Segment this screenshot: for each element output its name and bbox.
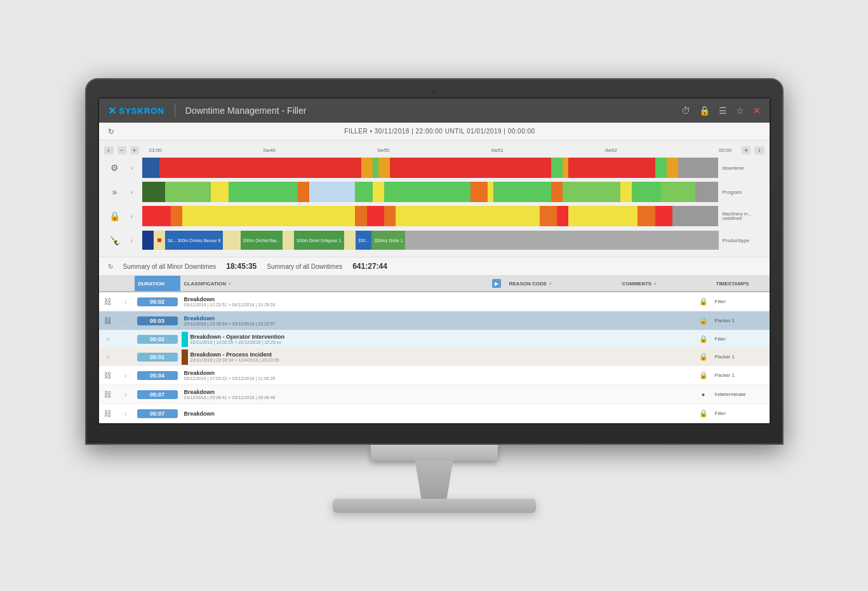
time-label-4: 0w52 [605, 147, 617, 153]
timeline-row-product: 🍾 › 3d... 300m Drinks flavour 8 330m Orc… [99, 229, 770, 252]
app-logo: ✕ SYSKRON [108, 105, 164, 117]
row5-arrow[interactable]: › [117, 410, 135, 418]
row4-arrow[interactable]: › [117, 391, 135, 398]
window-title: Downtime Management - Filler [185, 105, 674, 116]
time-label-1: 0w40 [264, 147, 276, 153]
table-header: DURATION CLASSIFICATION ▼ ▶ REASON CODE … [99, 276, 770, 292]
subtitle-text: FILLER • 30/11/2018 | 22:00:00 UNTIL 01/… [119, 128, 761, 135]
lock-icon[interactable]: 🔒 [699, 105, 710, 116]
menu-icon[interactable]: ☰ [719, 105, 727, 116]
row-icon-downtime: ⚙ [99, 163, 131, 173]
subrow-b-timestamp: Packer 1 [712, 354, 770, 360]
title-divider [175, 104, 175, 118]
all-downtime-label: Summary of all Downtimes [267, 263, 342, 270]
row1-arrow[interactable]: › [117, 298, 135, 306]
row2-duration: 05:03 [135, 316, 180, 325]
table-row-3: ⛓ › 05:04 Breakdown 09/12/2018 | 17:03:2… [99, 366, 770, 385]
row-arrow-program[interactable]: › [131, 189, 142, 196]
col-header-comments: COMMENTS ▼ [618, 281, 695, 287]
machinery-bar[interactable] [142, 206, 719, 226]
refresh-icon[interactable]: ↻ [108, 127, 114, 136]
monitor-base [333, 499, 536, 513]
row1-chain-icon[interactable]: ⛓ [99, 297, 117, 306]
clock-icon[interactable]: ⏱ [681, 105, 690, 116]
subrow-b-lock: 🔒 [695, 353, 712, 361]
table-section: DURATION CLASSIFICATION ▼ ▶ REASON CODE … [99, 276, 770, 423]
downtime-bar[interactable] [142, 158, 719, 178]
col-header-timestamps: TIMESTAMPS [712, 281, 770, 287]
table-subrow-b: ○ 05:01 Breakdown - Process Incident 22/… [99, 348, 770, 366]
table-row-4: ⛓ › 05:07 Breakdown 03/12/2018 | 05:08:4… [99, 385, 770, 404]
nav-zoom-plus-btn[interactable]: + [742, 146, 751, 154]
col-header-play[interactable]: ▶ [488, 279, 505, 288]
row3-arrow[interactable]: › [117, 372, 135, 379]
row-label-product: Producttype [719, 238, 770, 243]
row2-classification: Breakdown 20/11/2018 | 23:18:34 > 23/12/… [180, 315, 488, 326]
subrow-a-icon: ○ [99, 336, 117, 343]
nav-minus-btn[interactable]: − [117, 146, 126, 154]
subrow-b-icon: ○ [99, 353, 117, 360]
program-bar[interactable] [142, 182, 719, 202]
row2-lock: 🔒 [695, 316, 712, 325]
row1-lock: 🔒 [695, 297, 712, 306]
row4-classification: Breakdown 03/12/2018 | 05:08:41 > 03/12/… [180, 389, 488, 400]
table-row-5: ⛓ › 05:07 Breakdown 🔒 Filler [99, 404, 770, 423]
row5-chain-icon[interactable]: ⛓ [99, 409, 117, 418]
nav-right-btn[interactable]: › [754, 146, 764, 154]
row-arrow-downtime[interactable]: › [131, 165, 142, 172]
row4-chain-icon[interactable]: ⛓ [99, 390, 117, 399]
close-button[interactable]: ✕ [753, 105, 761, 116]
row3-lock: 🔒 [695, 371, 712, 379]
row5-classification: Breakdown [180, 411, 488, 417]
logo-text: SYSKRON [119, 106, 164, 116]
minor-downtime-label: Summary of all Minor Downtimes [123, 263, 217, 270]
timeline-section: ‹ − + 23:00 0w40 0w50 0w51 0w52 00:00 + … [99, 140, 770, 257]
row3-chain-icon[interactable]: ⛓ [99, 371, 117, 380]
subtitle-bar: ↻ FILLER • 30/11/2018 | 22:00:00 UNTIL 0… [99, 123, 770, 140]
table-row: ⛓ › 05:02 Breakdown 09/12/2018 | 12:23:5… [99, 292, 770, 311]
row-label-program: Program [719, 189, 770, 195]
product-bar[interactable]: 3d... 300m Drinks flavour 8 330m Orchid … [142, 231, 719, 250]
row3-timestamp: Packer 1 [712, 372, 770, 378]
nav-left-btn[interactable]: ‹ [104, 146, 114, 154]
monitor-neck [403, 461, 466, 499]
row2-arrow[interactable]: › [117, 317, 135, 325]
row-arrow-machinery[interactable]: › [131, 213, 142, 220]
row-label-machinery: Machinery m...undefined [719, 212, 770, 221]
row2-chain-icon[interactable]: ⛓ [99, 316, 117, 325]
row3-duration: 05:04 [135, 371, 180, 380]
col-header-duration: DURATION [135, 276, 180, 291]
time-label-0: 23:00 [149, 147, 162, 153]
row3-classification: Breakdown 09/12/2018 | 17:03:22 > 03/12/… [180, 370, 488, 381]
table-row-active: ⛓ › 05:03 Breakdown 20/11/2018 | 23:18:3… [99, 311, 770, 330]
subrow-b-classification: Breakdown - Process Incident 22/11/2018 … [180, 350, 488, 365]
summary-refresh-icon[interactable]: ↻ [108, 263, 113, 270]
row4-timestamp: Indeterminate [712, 391, 770, 397]
monitor-wrapper: ✕ SYSKRON Downtime Management - Filler ⏱… [85, 78, 784, 513]
row-label-downtime: downtime [719, 165, 770, 171]
subrow-b-duration: 05:01 [135, 353, 180, 362]
row-icon-program: » [99, 187, 131, 197]
subrow-a-duration: 00:02 [135, 335, 180, 344]
logo-icon: ✕ [108, 105, 117, 117]
row1-timestamp: Filler [712, 299, 770, 304]
timeline-row-downtime: ⚙ › [99, 156, 770, 179]
nav-plus-btn[interactable]: + [130, 146, 139, 154]
all-downtime-time: 641:27:44 [352, 262, 387, 271]
time-label-3: 0w51 [491, 147, 504, 153]
timeline-row-program: » › [99, 180, 770, 203]
col-header-reason: REASON CODE ▼ [505, 281, 601, 287]
subrow-a-lock: 🔒 [695, 335, 712, 343]
timeline-row-machinery: 🔒 › [99, 205, 770, 228]
row1-duration: 05:02 [135, 297, 180, 306]
title-bar: ✕ SYSKRON Downtime Management - Filler ⏱… [99, 98, 770, 123]
row-arrow-product[interactable]: › [131, 237, 142, 244]
row5-lock: 🔒 [695, 409, 712, 418]
row4-lock: ● [695, 391, 712, 398]
row5-timestamp: Filler [712, 411, 770, 416]
timeline-nav: ‹ − + 23:00 0w40 0w50 0w51 0w52 00:00 + … [99, 144, 770, 156]
col-header-classification: CLASSIFICATION ▼ [180, 281, 488, 287]
star-icon[interactable]: ☆ [736, 105, 744, 116]
row-icon-product: 🍾 [99, 235, 131, 245]
row-icon-machinery: 🔒 [99, 211, 131, 221]
